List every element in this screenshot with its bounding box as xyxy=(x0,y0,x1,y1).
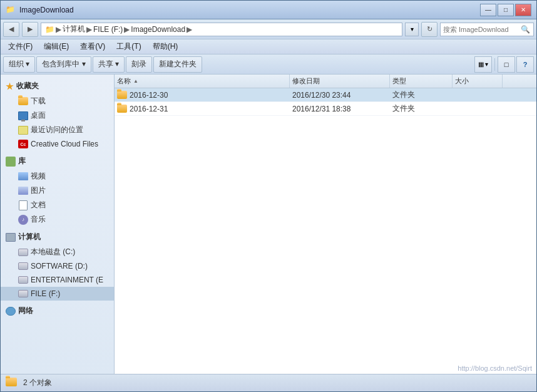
sidebar-item-cc[interactable]: Cc Creative Cloud Files xyxy=(1,137,114,151)
menu-edit[interactable]: 编辑(E) xyxy=(39,40,74,53)
computer-icon xyxy=(6,232,16,242)
sidebar-item-music[interactable]: ♪ 音乐 xyxy=(1,212,114,227)
burn-button[interactable]: 刻录 xyxy=(126,56,152,73)
menubar: 文件(F) 编辑(E) 查看(V) 工具(T) 帮助(H) xyxy=(1,39,536,54)
music-icon: ♪ xyxy=(18,215,28,225)
col-header-type[interactable]: 类型 xyxy=(390,75,453,88)
address-path[interactable]: 📁 ▶ 计算机 ▶ FILE (F:) ▶ ImageDownload ▶ xyxy=(41,23,402,36)
path-drive[interactable]: FILE (F:) xyxy=(93,25,123,34)
path-dropdown-button[interactable]: ▾ xyxy=(405,23,419,36)
hdd-d-icon xyxy=(18,261,28,271)
titlebar-controls: — □ ✕ xyxy=(480,4,531,16)
preview-button[interactable]: □ xyxy=(498,56,515,73)
network-header[interactable]: 网络 xyxy=(1,303,114,319)
help-button[interactable]: ? xyxy=(516,56,534,73)
menu-help[interactable]: 帮助(H) xyxy=(148,40,183,53)
cc-label: Creative Cloud Files xyxy=(31,140,98,148)
file-f-label: FILE (F:) xyxy=(31,289,60,298)
file-cell-type-1: 文件夹 xyxy=(390,102,453,115)
favorites-header[interactable]: ★ 收藏夹 xyxy=(1,78,114,94)
statusbar: 2 个对象 xyxy=(1,374,536,391)
file-cell-type-0: 文件夹 xyxy=(390,88,453,101)
library-section: 库 视频 图片 文档 ♪ 音乐 xyxy=(1,153,114,227)
menu-tools[interactable]: 工具(T) xyxy=(111,40,146,53)
maximize-button[interactable]: □ xyxy=(498,4,514,16)
library-icon xyxy=(6,157,16,167)
content-area: ★ 收藏夹 下载 桌面 最近访问的位置 Cc Creative Clo xyxy=(1,75,536,374)
menu-view[interactable]: 查看(V) xyxy=(75,40,110,53)
forward-button[interactable]: ▶ xyxy=(22,22,38,37)
music-label: 音乐 xyxy=(31,214,46,225)
cc-icon: Cc xyxy=(18,139,28,149)
video-icon xyxy=(18,172,28,182)
sidebar-item-video[interactable]: 视频 xyxy=(1,169,114,183)
share-button[interactable]: 共享 ▾ xyxy=(93,56,125,73)
file-cell-name-1: 2016-12-31 xyxy=(115,102,290,115)
doc-label: 文档 xyxy=(31,200,46,210)
picture-icon xyxy=(18,186,28,196)
file-cell-name-0: 2016-12-30 xyxy=(115,88,290,101)
network-section: 网络 xyxy=(1,303,114,319)
network-icon xyxy=(6,306,16,316)
col-header-date[interactable]: 修改日期 xyxy=(290,75,390,88)
sidebar-item-doc[interactable]: 文档 xyxy=(1,198,114,212)
include-library-button[interactable]: 包含到库中 ▾ xyxy=(36,56,91,73)
favorites-label: 收藏夹 xyxy=(16,81,39,91)
sidebar-item-software-d[interactable]: SOFTWARE (D:) xyxy=(1,259,114,273)
view-options-button[interactable]: ▦ ▾ xyxy=(474,56,492,73)
path-computer[interactable]: 计算机 xyxy=(63,24,85,34)
star-icon: ★ xyxy=(6,81,14,91)
sort-arrow: ▲ xyxy=(133,78,138,84)
menu-file[interactable]: 文件(F) xyxy=(3,40,38,53)
hdd-f-icon xyxy=(18,289,28,299)
col-header-size[interactable]: 大小 xyxy=(453,75,503,88)
column-headers: 名称 ▲ 修改日期 类型 大小 xyxy=(115,75,536,88)
titlebar: 📁 ImageDownload — □ ✕ xyxy=(1,1,536,19)
hdd-e-icon xyxy=(18,275,28,285)
organize-button[interactable]: 组织 ▾ xyxy=(3,56,35,73)
folder-icon-1 xyxy=(117,104,127,114)
search-icon: 🔍 xyxy=(521,25,530,34)
status-folder-icon xyxy=(6,378,18,389)
close-button[interactable]: ✕ xyxy=(515,4,531,16)
path-folder[interactable]: ImageDownload xyxy=(131,25,185,34)
software-d-label: SOFTWARE (D:) xyxy=(31,262,88,271)
sidebar-item-entertainment-e[interactable]: ENTERTAINMENT (E xyxy=(1,273,114,287)
new-folder-button[interactable]: 新建文件夹 xyxy=(153,56,202,73)
picture-label: 图片 xyxy=(31,185,46,196)
sidebar-item-file-f[interactable]: FILE (F:) xyxy=(1,287,114,301)
sidebar-item-recent[interactable]: 最近访问的位置 xyxy=(1,123,114,137)
search-box[interactable]: 🔍 xyxy=(440,23,534,36)
back-button[interactable]: ◀ xyxy=(3,22,19,37)
titlebar-title: ImageDownload xyxy=(19,6,74,14)
sidebar-item-local-c[interactable]: 本地磁盘 (C:) xyxy=(1,245,114,259)
library-header[interactable]: 库 xyxy=(1,153,114,169)
minimize-button[interactable]: — xyxy=(480,4,496,16)
video-label: 视频 xyxy=(31,171,46,182)
search-input[interactable] xyxy=(443,26,518,33)
file-cell-size-1 xyxy=(453,102,503,115)
network-label: 网络 xyxy=(18,306,33,316)
col-header-name[interactable]: 名称 ▲ xyxy=(115,75,290,88)
favorites-section: ★ 收藏夹 下载 桌面 最近访问的位置 Cc Creative Clo xyxy=(1,78,114,151)
window-icon: 📁 xyxy=(6,5,16,15)
computer-header[interactable]: 计算机 xyxy=(1,229,114,245)
file-row-0[interactable]: 2016-12-30 2016/12/30 23:44 文件夹 xyxy=(115,88,536,102)
file-row-1[interactable]: 2016-12-31 2016/12/31 18:38 文件夹 xyxy=(115,102,536,116)
file-list: 2016-12-30 2016/12/30 23:44 文件夹 2016-12-… xyxy=(115,88,536,374)
sidebar-item-download[interactable]: 下载 xyxy=(1,94,114,108)
hdd-c-icon xyxy=(18,247,28,257)
refresh-button[interactable]: ↻ xyxy=(421,22,437,37)
sidebar-item-desktop[interactable]: 桌面 xyxy=(1,108,114,123)
desktop-icon xyxy=(18,111,28,121)
status-count: 2 个对象 xyxy=(23,378,52,388)
file-cell-date-0: 2016/12/30 23:44 xyxy=(290,88,390,101)
download-label: 下载 xyxy=(31,96,46,106)
sidebar-item-picture[interactable]: 图片 xyxy=(1,183,114,198)
download-folder-icon xyxy=(18,96,28,106)
file-area: 名称 ▲ 修改日期 类型 大小 2016-12-30 xyxy=(115,75,536,374)
computer-section: 计算机 本地磁盘 (C:) SOFTWARE (D:) ENTERTAINMEN… xyxy=(1,229,114,301)
recent-label: 最近访问的位置 xyxy=(31,125,83,135)
toolbar: 组织 ▾ 包含到库中 ▾ 共享 ▾ 刻录 新建文件夹 ▦ ▾ □ ? xyxy=(1,54,536,75)
file-cell-date-1: 2016/12/31 18:38 xyxy=(290,102,390,115)
